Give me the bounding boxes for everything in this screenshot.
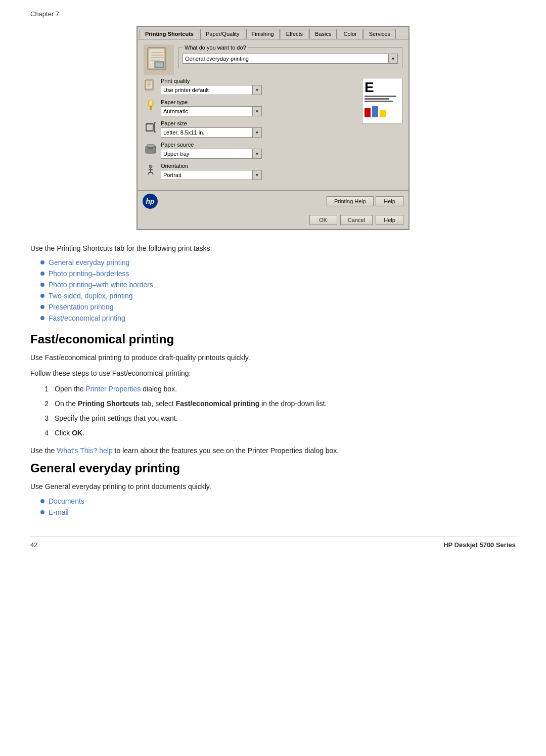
- list-item: Documents: [40, 497, 516, 505]
- link-email[interactable]: E-mail: [49, 508, 69, 516]
- bullet-dot: [40, 510, 44, 514]
- orientation-icon: [144, 163, 158, 177]
- paper-type-dropdown[interactable]: Automatic ▼: [161, 106, 262, 116]
- paper-source-content: Paper source Upper tray ▼: [161, 142, 358, 159]
- print-quality-dropdown[interactable]: Use printer default ▼: [161, 85, 262, 95]
- paper-type-icon: [144, 99, 158, 113]
- ok-button[interactable]: OK: [309, 215, 337, 225]
- paper-source-label: Paper source: [161, 142, 358, 148]
- link-printer-properties[interactable]: Printer Properties: [86, 385, 141, 393]
- link-two-sided[interactable]: Two-sided, duplex, printing: [49, 292, 133, 300]
- step-2: 2 On the Printing Shortcuts tab, select …: [40, 398, 516, 409]
- svg-rect-24: [147, 145, 154, 147]
- shortcut-selected-value: General everyday printing: [183, 56, 388, 62]
- paper-size-group: Paper size Letter, 8.5x11 in. ▼: [144, 120, 358, 138]
- svg-point-27: [149, 165, 152, 168]
- bullet-dot: [40, 283, 44, 287]
- bullet-dot: [40, 272, 44, 276]
- settings-left: Print quality Use printer default ▼: [144, 78, 358, 184]
- preview-chart: [365, 105, 400, 117]
- svg-rect-26: [148, 150, 154, 150]
- page-content: Use the Printing Shortcuts tab for the f…: [30, 244, 516, 549]
- print-quality-label: Print quality: [161, 78, 358, 84]
- print-quality-arrow[interactable]: ▼: [252, 85, 261, 95]
- link-general-everyday[interactable]: General everyday printing: [49, 258, 129, 266]
- preview-lines: [365, 96, 400, 103]
- help-button-footer[interactable]: Help: [376, 196, 403, 206]
- dialog-tabs: Printing Shortcuts Paper/Quality Finishi…: [138, 27, 408, 39]
- bullet-dot: [40, 260, 44, 264]
- footer-buttons: Printing Help Help: [327, 196, 403, 206]
- svg-line-31: [148, 172, 149, 174]
- section1-heading: Fast/economical printing: [30, 332, 516, 346]
- paper-source-dropdown[interactable]: Upper tray ▼: [161, 149, 262, 159]
- dialog-action-buttons: OK Cancel Help: [138, 212, 408, 229]
- paper-size-value: Letter, 8.5x11 in.: [161, 129, 252, 136]
- hp-logo: hp: [143, 194, 158, 209]
- section1-para1: Use Fast/economical printing to produce …: [30, 352, 516, 363]
- step-num-3: 3: [40, 413, 49, 424]
- tab-color[interactable]: Color: [338, 29, 362, 39]
- tab-paper-quality[interactable]: Paper/Quality: [200, 29, 245, 39]
- tab-effects[interactable]: Effects: [281, 29, 308, 39]
- paper-type-group: Paper type Automatic ▼: [144, 99, 358, 116]
- tab-basics[interactable]: Basics: [309, 29, 337, 39]
- shortcut-area: What do you want to do? General everyday…: [144, 45, 402, 75]
- steps-list: 1 Open the Printer Properties dialog box…: [40, 384, 516, 438]
- orientation-group: Orientation Portrait ▼: [144, 163, 358, 180]
- tab-services[interactable]: Services: [363, 29, 396, 39]
- paper-source-arrow[interactable]: ▼: [252, 149, 261, 158]
- what-do-right: What do you want to do? General everyday…: [178, 45, 402, 73]
- bullet-dot: [40, 305, 44, 309]
- cancel-button[interactable]: Cancel: [340, 215, 373, 225]
- paper-size-dropdown[interactable]: Letter, 8.5x11 in. ▼: [161, 127, 262, 138]
- step-3: 3 Specify the print settings that you wa…: [40, 413, 516, 424]
- intro-text: Use the Printing Shortcuts tab for the f…: [30, 244, 516, 252]
- svg-line-32: [152, 172, 153, 174]
- step-4-text: Click OK.: [55, 428, 516, 438]
- preview-line-1: [365, 96, 396, 97]
- orientation-arrow[interactable]: ▼: [252, 170, 261, 180]
- paper-source-value: Upper tray: [161, 151, 252, 157]
- orientation-dropdown[interactable]: Portrait ▼: [161, 170, 262, 180]
- paper-size-arrow[interactable]: ▼: [252, 128, 261, 137]
- paper-type-label: Paper type: [161, 99, 358, 105]
- help-button-main[interactable]: Help: [376, 215, 403, 225]
- tab-finishing[interactable]: Finishing: [246, 29, 280, 39]
- link-photo-white-borders[interactable]: Photo printing–with white borders: [49, 281, 153, 289]
- list-item: E-mail: [40, 508, 516, 516]
- section2-links-list: Documents E-mail: [40, 497, 516, 516]
- step-3-text: Specify the print settings that you want…: [55, 413, 516, 424]
- shortcut-dropdown-arrow[interactable]: ▼: [388, 54, 397, 63]
- step-1: 1 Open the Printer Properties dialog box…: [40, 384, 516, 394]
- list-item: Photo printing–borderless: [40, 270, 516, 278]
- page-footer: 42 HP Deskjet 5700 Series: [30, 537, 516, 549]
- paper-type-content: Paper type Automatic ▼: [161, 99, 358, 116]
- list-item: Presentation printing: [40, 303, 516, 311]
- dialog-body: What do you want to do? General everyday…: [138, 39, 408, 190]
- preview-letter-e: E: [365, 80, 400, 95]
- printing-help-button[interactable]: Printing Help: [327, 196, 374, 206]
- settings-row: Print quality Use printer default ▼: [144, 78, 402, 184]
- link-fast-economical[interactable]: Fast/economical printing: [49, 314, 125, 322]
- svg-point-15: [149, 101, 152, 105]
- svg-rect-14: [150, 106, 152, 110]
- list-item: General everyday printing: [40, 258, 516, 266]
- preview-bar-red: [365, 108, 371, 117]
- orientation-label: Orientation: [161, 163, 358, 169]
- link-documents[interactable]: Documents: [49, 497, 84, 505]
- paper-size-content: Paper size Letter, 8.5x11 in. ▼: [161, 120, 358, 138]
- what-do-legend: What do you want to do?: [183, 45, 248, 51]
- shortcut-dropdown[interactable]: General everyday printing ▼: [183, 54, 398, 64]
- paper-type-arrow[interactable]: ▼: [252, 107, 261, 116]
- print-quality-icon: [144, 78, 158, 92]
- link-whats-this[interactable]: What's This? help: [57, 447, 113, 455]
- link-presentation[interactable]: Presentation printing: [49, 303, 113, 311]
- bullet-dot: [40, 316, 44, 320]
- tab-printing-shortcuts[interactable]: Printing Shortcuts: [140, 29, 199, 39]
- section2-heading: General everyday printing: [30, 461, 516, 475]
- shortcut-links-list: General everyday printing Photo printing…: [40, 258, 516, 322]
- link-photo-borderless[interactable]: Photo printing–borderless: [49, 270, 129, 278]
- print-quality-group: Print quality Use printer default ▼: [144, 78, 358, 95]
- preview-line-2: [365, 98, 389, 100]
